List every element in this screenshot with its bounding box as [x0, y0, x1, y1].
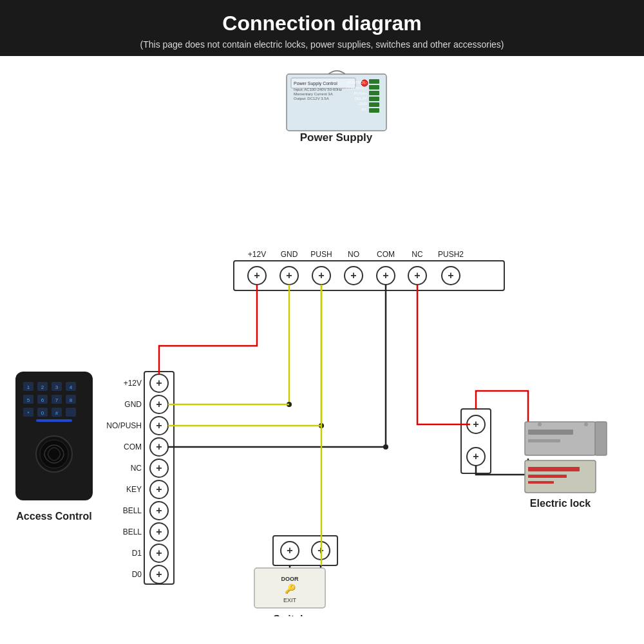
svg-text:CONTROL+: CONTROL+	[346, 86, 367, 90]
svg-text:+: +	[156, 547, 162, 558]
svg-text:EXIT: EXIT	[283, 597, 297, 603]
svg-text:+: +	[254, 270, 260, 281]
svg-text:Power Supply: Power Supply	[300, 131, 373, 144]
svg-rect-117	[525, 422, 596, 455]
svg-text:KEY: KEY	[126, 485, 142, 494]
svg-text:7: 7	[55, 397, 59, 403]
svg-text:PUSH2: PUSH2	[438, 250, 464, 259]
svg-text:2: 2	[41, 384, 44, 390]
svg-text:Power Supply Control: Power Supply Control	[294, 81, 337, 86]
svg-rect-20	[234, 261, 504, 290]
svg-text:3: 3	[55, 384, 59, 390]
svg-text:+: +	[156, 505, 162, 516]
svg-text:PUSH+: PUSH+	[354, 91, 368, 95]
svg-text:+: +	[350, 270, 356, 281]
svg-text:5: 5	[27, 397, 30, 403]
svg-point-122	[584, 422, 588, 426]
svg-text:Access Control: Access Control	[16, 511, 91, 522]
svg-text:+: +	[156, 420, 162, 431]
svg-text:1: 1	[27, 384, 30, 390]
svg-text:NO: NO	[348, 250, 359, 259]
header-subtitle: (This page does not contain electric loc…	[6, 39, 638, 50]
svg-text:+: +	[156, 377, 162, 388]
svg-point-121	[538, 422, 542, 426]
svg-text:NC: NC	[361, 108, 367, 111]
svg-text:0: 0	[41, 410, 44, 416]
svg-rect-119	[528, 439, 560, 442]
svg-text:+: +	[156, 441, 162, 452]
svg-text:*: *	[27, 410, 29, 416]
svg-text:D1: D1	[132, 549, 142, 558]
svg-text:+: +	[156, 484, 162, 495]
svg-text:COM: COM	[124, 442, 142, 451]
svg-text:+: +	[414, 270, 420, 281]
svg-text:Momentary Current 3A: Momentary Current 3A	[294, 92, 333, 96]
svg-text:Electric lock: Electric lock	[530, 498, 591, 509]
svg-text:#: #	[55, 410, 59, 416]
svg-text:GND: GND	[124, 400, 142, 409]
svg-text:6: 6	[41, 397, 44, 403]
svg-text:COM: COM	[377, 250, 395, 259]
svg-text:+12V: +12V	[124, 379, 142, 388]
svg-text:+: +	[156, 462, 162, 473]
diagram-area: Power Supply Control Input: AC100-240V 5…	[0, 56, 644, 616]
svg-text:+: +	[473, 419, 478, 430]
svg-text:+: +	[156, 399, 162, 410]
svg-text:+: +	[448, 270, 453, 281]
page-container: Connection diagram (This page does not c…	[0, 0, 644, 644]
svg-rect-7	[369, 79, 379, 84]
svg-text:CONTROL-: CONTROL-	[347, 80, 367, 84]
svg-rect-11	[369, 102, 379, 107]
svg-text:+: +	[318, 270, 324, 281]
svg-rect-98	[66, 408, 76, 417]
svg-rect-12	[369, 108, 379, 113]
svg-text:NC: NC	[131, 464, 142, 473]
svg-text:+12V: +12V	[248, 250, 266, 259]
wiring-diagram: Power Supply Control Input: AC100-240V 5…	[0, 56, 644, 616]
svg-text:+: +	[287, 545, 292, 556]
svg-text:+: +	[156, 526, 162, 537]
header: Connection diagram (This page does not c…	[0, 0, 644, 56]
svg-rect-9	[369, 91, 379, 95]
svg-rect-10	[369, 97, 379, 101]
svg-text:+: +	[473, 451, 478, 462]
svg-text:8: 8	[70, 397, 73, 403]
svg-text:NO/PUSH: NO/PUSH	[106, 421, 142, 430]
svg-rect-120	[595, 422, 607, 455]
svg-text:BELL: BELL	[123, 527, 142, 536]
svg-rect-118	[528, 430, 573, 435]
svg-rect-126	[528, 481, 554, 484]
svg-text:PUSH: PUSH	[310, 250, 332, 259]
svg-text:Input: AC100-240V 50-60Hz: Input: AC100-240V 50-60Hz	[294, 88, 342, 91]
svg-rect-125	[528, 475, 567, 478]
svg-text:Output: DC12V 3.5A: Output: DC12V 3.5A	[294, 97, 329, 100]
svg-rect-124	[528, 467, 580, 471]
svg-text:GND: GND	[281, 250, 298, 259]
svg-text:GND: GND	[359, 102, 368, 106]
svg-text:D0: D0	[132, 570, 142, 579]
svg-text:NC: NC	[412, 250, 423, 259]
svg-rect-110	[36, 419, 72, 422]
page-title: Connection diagram	[6, 12, 638, 35]
svg-text:+: +	[156, 569, 162, 580]
svg-text:4: 4	[70, 384, 73, 390]
svg-text:DELAY: DELAY	[355, 97, 367, 100]
svg-text:+: +	[286, 270, 292, 281]
svg-rect-8	[369, 85, 379, 90]
svg-text:BELL: BELL	[123, 506, 142, 515]
svg-text:🔑: 🔑	[285, 583, 296, 594]
svg-text:DOOR: DOOR	[281, 576, 299, 582]
svg-text:Switch: Switch	[273, 614, 307, 616]
svg-text:+: +	[383, 270, 388, 281]
